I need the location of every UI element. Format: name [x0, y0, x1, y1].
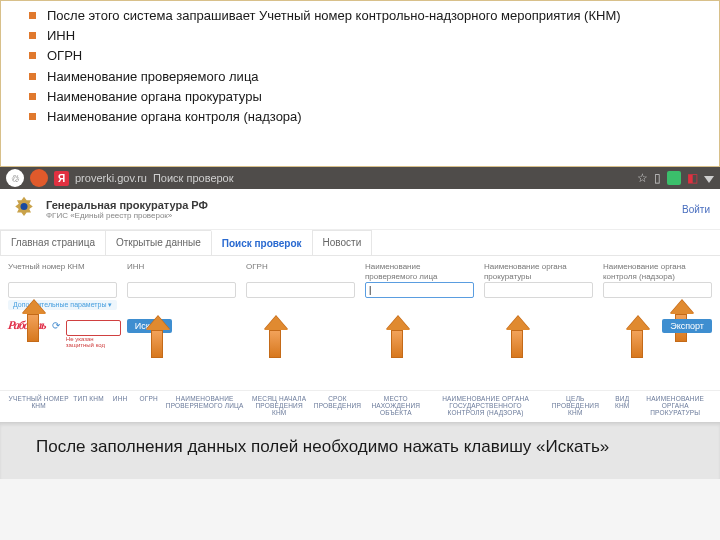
- login-link[interactable]: Войти: [682, 204, 710, 215]
- filter-label: ИНН: [127, 262, 236, 282]
- url-text: proverki.gov.ru: [75, 172, 147, 184]
- recycle-icon: ♲: [6, 169, 24, 187]
- instruction-box: После этого система запрашивает Учетный …: [0, 0, 720, 167]
- arrow-icon: [386, 316, 408, 358]
- col-header: ИНН: [108, 395, 133, 416]
- filter-input-ogrn[interactable]: [246, 282, 355, 298]
- filter-label: Наименование органа контроля (надзора): [603, 262, 712, 282]
- col-header: УЧЕТНЫЙ НОМЕР КНМ: [8, 395, 69, 416]
- col-header: НАИМЕНОВАНИЕ ОРГАНА ГОСУДАРСТВЕННОГО КОН…: [430, 395, 540, 416]
- filter-label: Наименование органа прокуратуры: [484, 262, 593, 282]
- col-header: ОГРН: [136, 395, 161, 416]
- tab-open-data[interactable]: Открытые данные: [105, 230, 212, 255]
- captcha-input[interactable]: [66, 320, 121, 336]
- filter-label: Наименование проверяемого лица: [365, 262, 474, 282]
- address-bar[interactable]: proverki.gov.ru Поиск проверок: [75, 172, 234, 184]
- col-header: МЕСЯЦ НАЧАЛА ПРОВЕДЕНИЯ КНМ: [249, 395, 310, 416]
- footer-text: После заполнения данных полей необходимо…: [36, 437, 609, 456]
- arrow-icon: [626, 316, 648, 358]
- col-header: ВИД КНМ: [610, 395, 635, 416]
- filter-input-knm[interactable]: [8, 282, 117, 298]
- arrow-icon: [22, 300, 44, 342]
- arrow-icon: [506, 316, 528, 358]
- page-header: Генеральная прокуратура РФ ФГИС «Единый …: [0, 189, 720, 230]
- instruction-item: Наименование органа контроля (надзора): [29, 108, 691, 126]
- result-columns-header: УЧЕТНЫЙ НОМЕР КНМ ТИП КНМ ИНН ОГРН НАИМЕ…: [0, 390, 720, 422]
- arrow-icon: [264, 316, 286, 358]
- instruction-item: Наименование органа прокуратуры: [29, 88, 691, 106]
- filter-label: Учетный номер КНМ: [8, 262, 117, 282]
- col-header: НАИМЕНОВАНИЕ ОРГАНА ПРОКУРАТУРЫ: [638, 395, 712, 416]
- header-title: Генеральная прокуратура РФ: [46, 199, 208, 211]
- pagemark-icon[interactable]: ◧: [687, 171, 698, 185]
- arrow-icon: [146, 316, 168, 358]
- footer-instruction: После заполнения данных полей необходимо…: [0, 422, 720, 479]
- controls-row: Дополнительные параметры ▾: [0, 300, 720, 316]
- tab-news[interactable]: Новости: [312, 230, 373, 255]
- filter-input-prosecutor[interactable]: [484, 282, 593, 298]
- col-header: НАИМЕНОВАНИЕ ПРОВЕРЯЕМОГО ЛИЦА: [165, 395, 245, 416]
- book-icon[interactable]: ▯: [654, 171, 661, 185]
- extension-icon[interactable]: [667, 171, 681, 185]
- col-header: ЦЕЛЬ ПРОВЕДЕНИЯ КНМ: [545, 395, 606, 416]
- browser-toolbar: ♲ Я proverki.gov.ru Поиск проверок ☆ ▯ ◧: [0, 167, 720, 189]
- instruction-item: ОГРН: [29, 47, 691, 65]
- col-header: ТИП КНМ: [73, 395, 104, 416]
- instruction-item: ИНН: [29, 27, 691, 45]
- instruction-item: После этого система запрашивает Учетный …: [29, 7, 691, 25]
- col-header: МЕСТО НАХОЖДЕНИЯ ОБЪЕКТА: [365, 395, 426, 416]
- header-subtitle: ФГИС «Единый реестр проверок»: [46, 211, 208, 220]
- tabs-nav: Главная страница Открытые данные Поиск п…: [0, 230, 720, 256]
- filter-label: ОГРН: [246, 262, 355, 282]
- filter-input-control-body[interactable]: [603, 282, 712, 298]
- url-search-label: Поиск проверок: [153, 172, 234, 184]
- yandex-icon: Я: [54, 171, 69, 186]
- captcha-reload-icon[interactable]: ⟳: [52, 320, 60, 331]
- tab-home[interactable]: Главная страница: [0, 230, 106, 255]
- filter-input-inn[interactable]: [127, 282, 236, 298]
- tab-search[interactable]: Поиск проверок: [211, 230, 313, 255]
- firefox-icon: [30, 169, 48, 187]
- instruction-item: Наименование проверяемого лица: [29, 68, 691, 86]
- col-header: СРОК ПРОВЕДЕНИЯ: [314, 395, 361, 416]
- bookmark-icon[interactable]: ☆: [637, 171, 648, 185]
- download-icon[interactable]: [704, 176, 714, 183]
- export-button[interactable]: Экспорт: [662, 319, 712, 333]
- filter-input-subject-name[interactable]: [365, 282, 474, 298]
- svg-point-0: [21, 203, 28, 210]
- emblem-icon: [10, 195, 38, 223]
- arrows-overlay: [0, 342, 720, 390]
- filter-row: Учетный номер КНМ ИНН ОГРН Наименование …: [0, 256, 720, 300]
